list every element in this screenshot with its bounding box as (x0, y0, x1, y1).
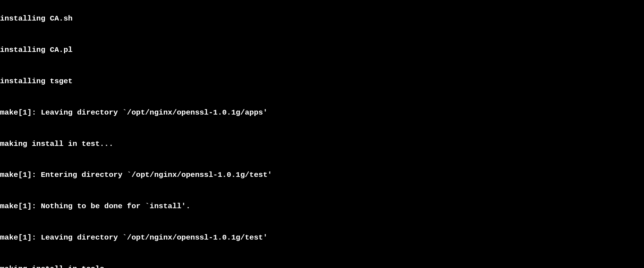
output-line: making install in test... (0, 139, 644, 149)
output-line: making install in tools... (0, 264, 644, 268)
output-line: make[1]: Nothing to be done for `install… (0, 201, 644, 212)
output-line: make[1]: Entering directory `/opt/nginx/… (0, 170, 644, 180)
output-line: make[1]: Leaving directory `/opt/nginx/o… (0, 233, 644, 243)
output-line: installing CA.sh (0, 14, 644, 24)
output-line: installing tsget (0, 76, 644, 87)
output-line: make[1]: Leaving directory `/opt/nginx/o… (0, 108, 644, 118)
terminal-window[interactable]: installing CA.sh installing CA.pl instal… (0, 0, 644, 268)
output-line: installing CA.pl (0, 45, 644, 55)
